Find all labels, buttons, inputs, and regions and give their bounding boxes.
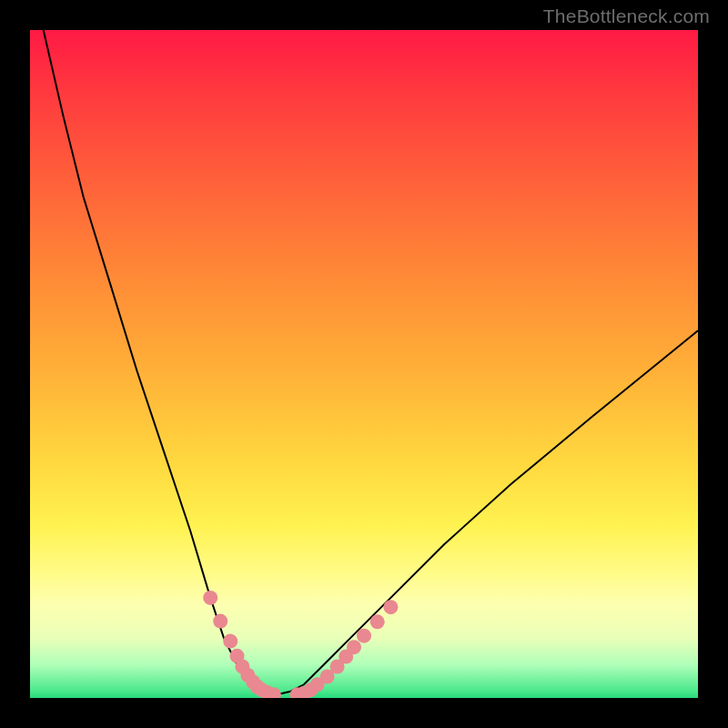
highlight-dot <box>213 614 228 629</box>
plot-area <box>30 30 698 698</box>
highlight-dot <box>223 634 238 649</box>
highlight-dot <box>347 640 361 654</box>
highlight-dot <box>203 591 217 605</box>
curve-svg <box>30 30 698 698</box>
chart-frame: TheBottleneck.com <box>0 0 728 728</box>
highlight-dots <box>203 591 398 698</box>
bottleneck-curve <box>44 30 698 694</box>
highlight-dot <box>357 629 371 643</box>
highlight-dot <box>383 600 398 614</box>
watermark-text: TheBottleneck.com <box>543 5 710 27</box>
highlight-dot <box>370 614 385 629</box>
